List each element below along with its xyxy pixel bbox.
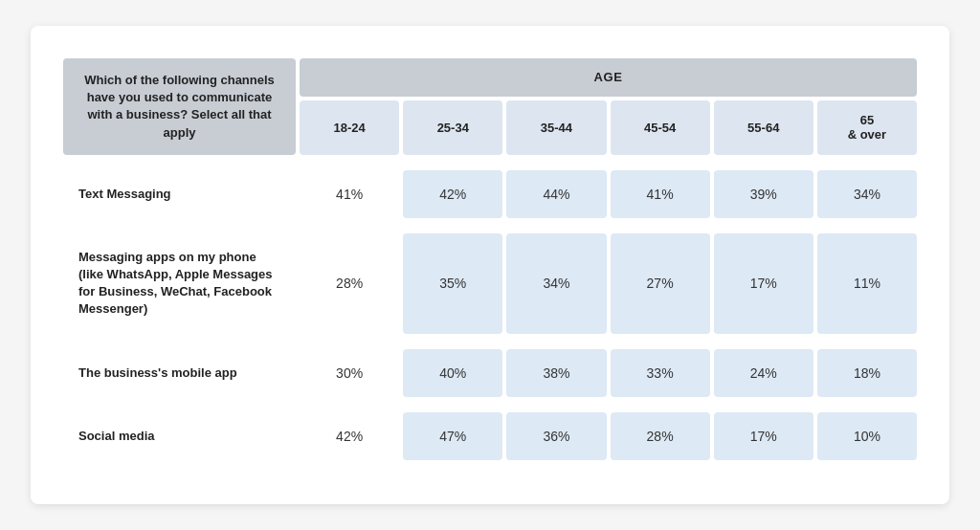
age-group-45-54: 45-54 [611,100,710,155]
cell-messaging-apps-35-44: 34% [506,233,606,334]
card-container: Which of the following channels have you… [31,26,949,504]
table-row: Social media 42% 47% 36% 28% 17% 10% [63,412,917,460]
data-table: Which of the following channels have you… [59,55,921,475]
cell-text-messaging-65: 34% [817,170,917,218]
cell-text-messaging-35-44: 44% [506,170,606,218]
table-row: Messaging apps on my phone (like WhatsAp… [63,233,917,334]
cell-mobile-app-55-64: 24% [714,349,813,397]
row-label-social-media: Social media [63,412,296,460]
cell-messaging-apps-25-34: 35% [403,233,502,334]
cell-social-media-25-34: 47% [403,412,502,460]
cell-messaging-apps-55-64: 17% [714,233,813,334]
cell-social-media-45-54: 28% [611,412,710,460]
table-row: The business's mobile app 30% 40% 38% 33… [63,349,917,397]
cell-messaging-apps-65: 11% [817,233,917,334]
row-label-mobile-app: The business's mobile app [63,349,296,397]
age-group-25-34: 25-34 [403,100,502,155]
cell-social-media-65: 10% [817,412,917,460]
row-label-text-messaging: Text Messaging [63,170,296,218]
age-group-65-over: 65 & over [817,100,917,155]
row-label-messaging-apps: Messaging apps on my phone (like WhatsAp… [63,233,296,334]
age-group-18-24: 18-24 [300,100,399,155]
cell-social-media-18-24: 42% [300,412,399,460]
cell-social-media-35-44: 36% [506,412,606,460]
question-header: Which of the following channels have you… [63,58,296,155]
cell-mobile-app-25-34: 40% [403,349,502,397]
cell-text-messaging-55-64: 39% [714,170,813,218]
cell-mobile-app-65: 18% [817,349,917,397]
table-row: Text Messaging 41% 42% 44% 41% 39% 34% [63,170,917,218]
cell-text-messaging-45-54: 41% [611,170,710,218]
age-header: AGE [300,58,917,97]
cell-messaging-apps-45-54: 27% [611,233,710,334]
cell-text-messaging-25-34: 42% [403,170,502,218]
cell-text-messaging-18-24: 41% [300,170,399,218]
age-group-55-64: 55-64 [714,100,813,155]
cell-mobile-app-45-54: 33% [611,349,710,397]
age-group-35-44: 35-44 [506,100,606,155]
cell-social-media-55-64: 17% [714,412,813,460]
cell-mobile-app-18-24: 30% [300,349,399,397]
cell-mobile-app-35-44: 38% [506,349,606,397]
cell-messaging-apps-18-24: 28% [300,233,399,334]
